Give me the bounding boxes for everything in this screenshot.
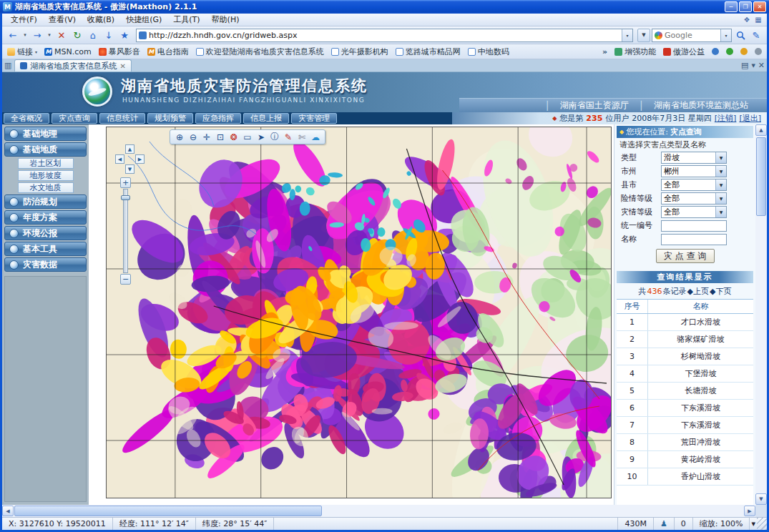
tab-planning-warning[interactable]: 规划预警: [147, 113, 193, 124]
sidebar-item-prevention-planning[interactable]: 防治规划: [4, 194, 87, 209]
tab-disaster-query[interactable]: 灾点查询: [52, 113, 97, 124]
pan-down-button[interactable]: ▼: [125, 164, 134, 174]
result-row[interactable]: 7下东溪滑坡: [617, 417, 753, 434]
zoom-dropdown-icon[interactable]: ▾: [750, 518, 757, 530]
download-icon[interactable]: ↓: [102, 29, 116, 42]
address-dropdown-icon[interactable]: ▾: [622, 29, 632, 41]
maximize-button[interactable]: ❐: [739, 1, 752, 12]
search-box[interactable]: Google ▾: [652, 29, 732, 42]
forward-dropdown-icon[interactable]: ▾: [46, 29, 53, 42]
chevron-down-icon[interactable]: ▼: [715, 207, 726, 217]
pan-up-button[interactable]: ▲: [125, 144, 134, 154]
map-pan-button[interactable]: ✛: [200, 131, 213, 143]
link-geo-env-monitoring-station[interactable]: 湖南省地质环境监测总站: [644, 99, 758, 112]
link-enhanced-features[interactable]: 增强功能: [614, 46, 656, 57]
map-zoom-in-button[interactable]: ⊕: [173, 131, 186, 143]
resize-grip[interactable]: [757, 518, 767, 530]
search-dropdown-icon[interactable]: ▾: [720, 29, 731, 41]
slider-thumb[interactable]: [121, 195, 130, 200]
map-pointer-button[interactable]: ➤: [255, 131, 268, 143]
horizontal-scroll-thumb[interactable]: [14, 506, 322, 516]
logout-link[interactable]: [注销]: [715, 113, 737, 124]
exit-link[interactable]: [退出]: [739, 113, 761, 124]
map-canvas[interactable]: ⊕ ⊖ ✛ ⊡ ❂ ▭ ➤ ⓘ ✎ ✄ ☁ ▲ ◀ ▶ ▼ + −: [106, 127, 612, 498]
county-select[interactable]: 全部▼: [661, 179, 727, 191]
city-select[interactable]: 郴州▼: [661, 165, 727, 177]
feed-icon[interactable]: [726, 48, 733, 55]
map-zoom-slider[interactable]: + −: [119, 177, 132, 285]
stop-icon[interactable]: ✕: [54, 29, 69, 42]
map-zoom-box-button[interactable]: ⊡: [214, 131, 227, 143]
map-identify-button[interactable]: ⓘ: [268, 131, 281, 143]
sidebar-item-basic-geology[interactable]: 基础地质: [4, 142, 87, 157]
link-storm-player[interactable]: 暴风影音: [99, 46, 140, 57]
map-measure-button[interactable]: ✎: [282, 131, 295, 143]
menu-help[interactable]: 帮助(H): [206, 14, 245, 26]
map-select-rect-button[interactable]: ▭: [241, 131, 254, 143]
slider-zoom-in-button[interactable]: +: [120, 177, 131, 188]
tabbar-dropdown-icon[interactable]: ▼: [751, 63, 755, 69]
sidebar-subitem-hydrogeology[interactable]: 水文地质: [18, 182, 74, 193]
tab-province-overview[interactable]: 全省概况: [4, 113, 49, 124]
disaster-level-select[interactable]: 全部▼: [661, 206, 727, 218]
vertical-scrollbar[interactable]: ▲ ▼: [755, 124, 767, 505]
menu-favorites[interactable]: 收藏(B): [82, 14, 120, 26]
uid-input[interactable]: [661, 220, 727, 232]
horizontal-scrollbar[interactable]: ◀ ▶: [2, 505, 755, 517]
link-maxthon-charity[interactable]: 傲游公益: [663, 46, 705, 57]
browser-tab-active[interactable]: 湖南省地质灾害信息系统 ✕: [14, 59, 131, 72]
pan-right-button[interactable]: ▶: [135, 154, 145, 164]
user-icon[interactable]: [740, 48, 748, 55]
scroll-right-icon[interactable]: ▶: [744, 506, 755, 516]
next-page-link[interactable]: ◆下页: [710, 286, 731, 297]
vertical-scroll-thumb[interactable]: [756, 137, 766, 216]
close-button[interactable]: ✕: [753, 1, 766, 12]
community-icon[interactable]: [712, 48, 719, 55]
pan-left-button[interactable]: ◀: [115, 154, 124, 164]
result-row[interactable]: 2骆家煤矿滑坡: [617, 331, 753, 348]
map-erase-button[interactable]: ✄: [295, 131, 308, 143]
sidebar-item-disaster-data[interactable]: 灾害数据: [4, 257, 87, 272]
danger-level-select[interactable]: 全部▼: [661, 192, 727, 205]
sidebar-item-basic-tools[interactable]: 基本工具: [4, 242, 87, 256]
refresh-icon[interactable]: ↻: [70, 29, 84, 42]
edit-icon[interactable]: ✎: [749, 29, 763, 42]
result-row[interactable]: 10香炉山滑坡: [617, 468, 753, 486]
minimize-button[interactable]: ─: [725, 1, 738, 12]
map-full-extent-button[interactable]: ❂: [227, 131, 240, 143]
layout-grid-icon[interactable]: ▦: [753, 16, 764, 24]
result-row[interactable]: 9黄花岭滑坡: [617, 451, 753, 468]
slider-zoom-out-button[interactable]: −: [120, 274, 131, 285]
chevron-down-icon[interactable]: ▼: [715, 152, 726, 163]
links-root[interactable]: 链接▾: [7, 46, 37, 57]
tab-disaster-management[interactable]: 灾害管理: [291, 113, 337, 124]
address-input[interactable]: [149, 31, 622, 40]
chevron-down-icon[interactable]: ▼: [715, 166, 726, 177]
type-select[interactable]: 滑坡▼: [661, 152, 727, 164]
link-zhongdi-digital[interactable]: 中地数码: [468, 46, 509, 57]
tab-close-icon[interactable]: ✕: [119, 62, 125, 70]
sidebar-item-annual-plan[interactable]: 年度方案: [4, 210, 87, 225]
slider-track[interactable]: [123, 189, 128, 273]
link-land-resources-dept[interactable]: 湖南省国土资源厅: [550, 99, 639, 112]
tab-info-report[interactable]: 信息上报: [243, 113, 289, 124]
home-icon[interactable]: ⌂: [86, 29, 100, 42]
download-count[interactable]: 0: [675, 518, 693, 530]
sidebar-item-environment-bulletin[interactable]: 环境公报: [4, 226, 87, 240]
prev-page-link[interactable]: ◆上页: [687, 286, 709, 297]
name-input[interactable]: [661, 234, 727, 245]
result-row[interactable]: 6下东溪滑坡: [617, 400, 753, 417]
tab-emergency-command[interactable]: 应急指挥: [195, 113, 241, 124]
result-row[interactable]: 4下堡滑坡: [617, 365, 753, 383]
address-bar[interactable]: ▾: [136, 29, 633, 42]
tab-info-statistics[interactable]: 信息统计: [99, 113, 145, 124]
back-dropdown-icon[interactable]: ▾: [21, 29, 29, 42]
tab-list-icon[interactable]: ▥: [4, 61, 11, 70]
menu-groups[interactable]: 快捷组(G): [120, 14, 167, 26]
result-row[interactable]: 1才口水滑坡: [617, 314, 753, 331]
scroll-up-icon[interactable]: ▲: [755, 124, 767, 136]
tab-panels-icon[interactable]: ▤: [741, 61, 748, 70]
go-button[interactable]: ▼: [637, 29, 650, 42]
result-row[interactable]: 3杉树坳滑坡: [617, 348, 753, 365]
result-row[interactable]: 5长塘滑坡: [617, 383, 753, 400]
